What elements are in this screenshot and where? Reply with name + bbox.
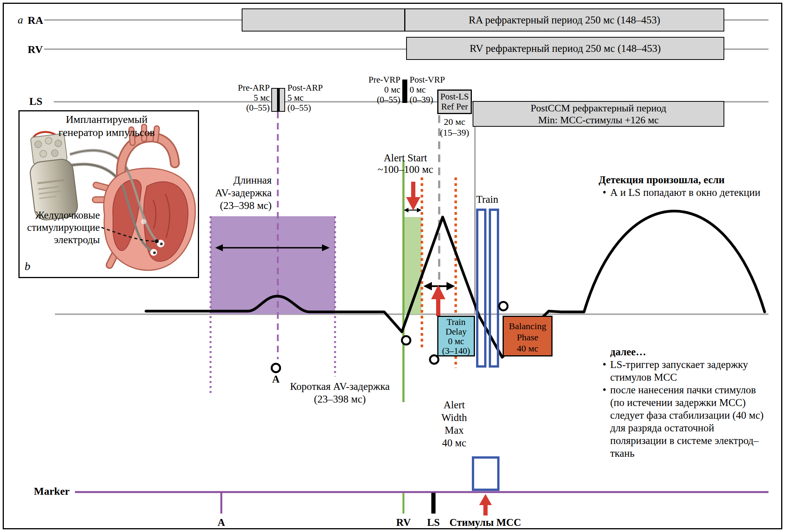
figure-border [3,3,782,529]
ccm-timing-diagram: RA рефрактерный период 250 мс (148–453) … [0,0,785,532]
